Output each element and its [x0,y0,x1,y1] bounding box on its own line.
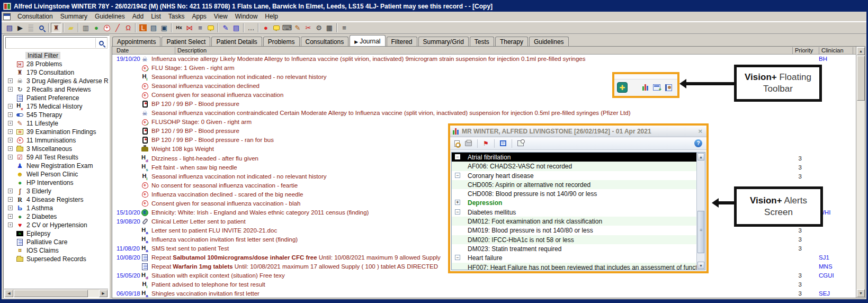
scroll-down-icon[interactable]: ▼ [697,262,704,269]
sidebar-item-28-problems[interactable]: H28 Problems [4,60,108,68]
add-codeset-button[interactable]: ✚ [617,82,628,93]
preview-icon[interactable] [454,140,460,147]
scroll-thumb[interactable] [697,211,704,253]
scroll-up-icon[interactable]: ▲ [697,153,704,161]
sidebar-item-hp-interventions[interactable]: ●HP Interventions [4,179,108,187]
sidebar-item-new-registration-exam[interactable]: ♟New Registration Exam [4,162,108,170]
filter-columns-icon[interactable]: ≡ [339,23,350,33]
alert-balloon-icon[interactable]: ● [261,23,271,33]
help-icon[interactable]: ? [694,139,702,147]
expand-plus-icon[interactable]: + [8,112,13,117]
sidebar-item-3-miscellaneous[interactable]: +3 Miscellaneous [4,145,108,153]
sidebar-item-patient-preference[interactable]: Patient Preference [4,94,108,102]
journal-row[interactable]: HiPatient advised to telephone for test … [112,280,856,289]
expand-plus-icon[interactable]: + [8,222,13,227]
eraser-icon[interactable]: ▰ [66,23,76,33]
close-icon[interactable]: × [696,127,704,135]
tab-tests[interactable]: Tests [470,37,494,47]
edit-form-icon[interactable]: ✎ [292,23,303,33]
floating-toolbar-grip[interactable] [614,74,677,79]
sidebar-item-palliative-care[interactable]: Palliative Care [4,238,108,246]
menu-item-window[interactable]: Window [231,12,262,21]
tab-appointments[interactable]: Appointments [112,37,160,47]
tab-patient-select[interactable]: Patient Select [162,37,210,47]
sidebar-item-well-person-clinic[interactable]: ☻Well Person Clinic [4,170,108,179]
scroll-left-icon[interactable]: ◀ [5,290,13,297]
expand-plus-icon[interactable]: + [8,121,13,126]
sidebar-item-11-immunisations[interactable]: ++11 Immunisations [4,136,108,145]
sidebar-item-175-medical-history[interactable]: +Hx175 Medical History [4,102,108,111]
lifestyle-apple-icon[interactable]: ● [91,23,102,33]
menu-item-summary[interactable]: Summary [57,12,91,21]
immuniser-gear-icon[interactable]: ⚙ [314,23,324,33]
scroll-up-icon[interactable]: ▲ [857,47,865,55]
expand-icon[interactable]: + [455,200,460,205]
child-window-icon[interactable] [3,13,11,20]
select-patient-icon[interactable]: ▶ [15,23,25,33]
contacts-book-button[interactable] [665,84,672,91]
tab-journal[interactable]: ▶Journal [350,35,385,47]
alert-indicator-row[interactable]: HF007: Heart Failure has not been review… [452,263,705,270]
alert-indicator-row[interactable]: AF006: CHADS2-VASC not recorded [452,162,705,171]
scissors-icon[interactable]: ✂ [303,23,314,33]
scroll-thumb[interactable] [857,56,865,101]
report-list-icon[interactable] [500,140,506,146]
scroll-right-icon[interactable]: ▶ [99,290,108,297]
tab-problems[interactable]: Problems [263,37,300,47]
notes-icon[interactable]: ▥ [80,23,91,33]
journal-row[interactable]: 06/09/18HaShingles vaccination invitatio… [112,289,856,298]
menu-item-help[interactable]: Help [261,12,282,21]
expand-plus-icon[interactable]: + [8,104,13,109]
keyboard-icon[interactable]: ⌨ [282,23,292,33]
consultation-chair-icon[interactable]: ♜ [51,23,61,33]
search-input[interactable] [6,39,95,47]
sidebar-item-11-lifestyle[interactable]: +✎11 Lifestyle [4,119,108,128]
patient-group-icon[interactable]: ▒ [25,23,36,33]
sidebar-item-39-examination-findings[interactable]: +≋39 Examination Findings [4,128,108,136]
title-bar[interactable]: Alfred Livingstone WINTER 78Y - 26/02/19… [2,1,866,12]
expand-plus-icon[interactable]: + [8,214,13,219]
print-schedule-icon[interactable]: ▦ [324,23,335,33]
sidebar-item-epilepsy[interactable]: ≈Epilepsy [4,229,108,238]
journal-row[interactable]: ☠Seasonal influenza vaccination contrain… [112,109,856,118]
tab-filtered[interactable]: Filtered [387,37,417,47]
sidebar-item-545-therapy[interactable]: +545 Therapy [4,111,108,119]
alert-indicator-row[interactable]: CHD005: Aspirin or alternative not recor… [452,180,705,189]
expand-plus-icon[interactable]: + [8,155,13,159]
menu-item-view[interactable]: View [210,12,231,21]
alert-indicator-row[interactable]: DM019: Blood pressure is not 140/80 or l… [452,226,705,235]
alerts-vscrollbar[interactable]: ▲ ▼ [696,153,705,270]
bowtie-icon[interactable]: ⋈ [184,23,195,33]
screen-list-icon[interactable]: ≡ [195,23,205,33]
sidebar-item-3-drug-allergies-adverse-reac[interactable]: +☠3 Drug Allergies & Adverse Reac [4,77,108,85]
alert-category-row[interactable]: −Coronary heart disease [452,171,705,180]
expand-plus-icon[interactable]: + [8,138,13,142]
settings-form-icon[interactable] [517,140,524,146]
journal-vscrollbar[interactable]: ▲ ▼ [856,47,865,298]
find-patient-icon[interactable] [36,23,47,33]
comment-bubble-icon[interactable] [205,23,216,33]
more-icon[interactable]: … [246,23,256,33]
immunisation-shield-icon[interactable]: + [102,23,112,33]
menu-item-add[interactable]: Add [129,12,147,21]
col-clinician[interactable]: Clinician [819,47,844,54]
sidebar-item-3-elderly[interactable]: +ʃ3 Elderly [4,187,108,195]
alert-category-row[interactable]: +Depression [452,198,705,207]
sidebar-item-2-diabetes[interactable]: +●2 Diabetes [4,212,108,221]
copy-documents-icon[interactable]: ▣ [159,23,169,33]
alerts-chart-button[interactable] [642,84,648,91]
calculator-add-button[interactable] [653,84,660,91]
alert-indicator-row[interactable]: CHD008: Blood pressure is not 140/90 or … [452,189,705,198]
menu-item-consultation[interactable]: Consultation [14,12,57,21]
document-book-icon[interactable]: ▤ [148,23,159,33]
menu-item-tasks[interactable]: Tasks [165,12,189,21]
visionplus-floating-toolbar[interactable]: ✚ [612,72,679,98]
col-date[interactable]: Date [114,47,129,54]
alert-category-row[interactable]: −Atrial fibrillation [452,153,705,162]
pen-icon[interactable]: ✎ [220,23,231,33]
alert-indicator-row[interactable]: DM012: Foot examination and risk classif… [452,217,705,226]
expand-plus-icon[interactable]: + [8,129,13,134]
sidebar-item-2-cv-or-hypertension[interactable]: +♥2 CV or Hypertension [4,221,108,229]
alert-indicator-row[interactable]: DM020: IFCC-HbA1c is not 58 or less [452,235,705,244]
tab-therapy[interactable]: Therapy [495,37,528,47]
